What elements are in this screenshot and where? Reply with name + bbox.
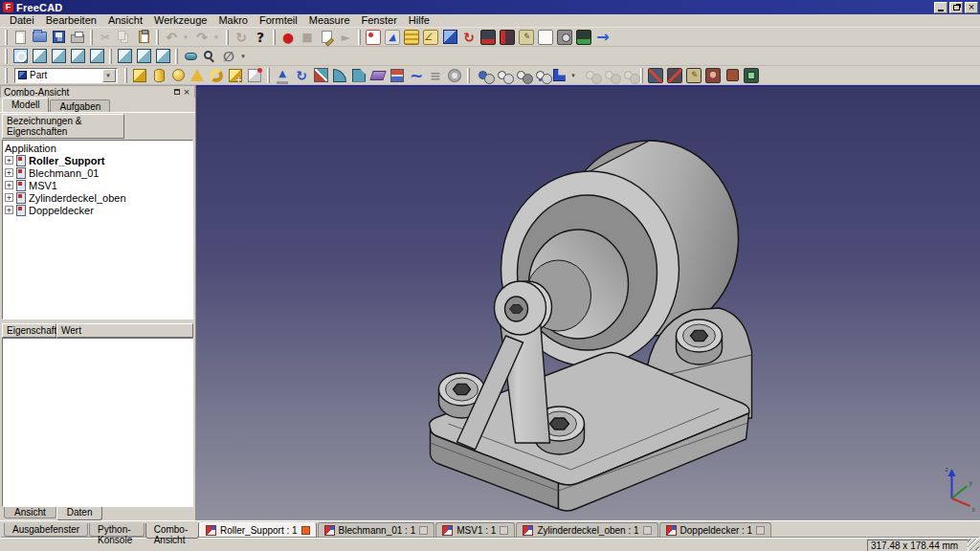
revolve-button[interactable]: ↻ <box>292 67 311 84</box>
redo-dropdown[interactable]: ▾ <box>212 29 223 46</box>
open-document-button[interactable] <box>30 29 49 46</box>
tab-aufgaben[interactable]: Aufgaben <box>50 99 110 112</box>
embed-button[interactable] <box>599 67 618 84</box>
stereo-frame-button[interactable] <box>536 29 555 46</box>
clipping-dropdown[interactable]: ▾ <box>238 48 250 65</box>
copy-button[interactable] <box>115 29 134 46</box>
dock-close-button[interactable]: × <box>182 87 191 97</box>
dock-title-bar[interactable]: Combo-Ansicht × <box>0 85 195 98</box>
create-primitives-button[interactable] <box>226 67 245 84</box>
sync-view-button[interactable]: ↻ <box>459 29 479 46</box>
tab-combo-ansicht[interactable]: Combo-Ansicht <box>145 523 199 539</box>
measure-linear-button[interactable] <box>646 67 665 84</box>
tab-close-icon[interactable] <box>643 526 652 535</box>
boolean-cut-button[interactable] <box>511 67 530 84</box>
new-document-button[interactable] <box>11 29 30 46</box>
toolbar-grip[interactable] <box>5 49 8 64</box>
measure-axis-button[interactable]: ∠ <box>421 29 440 46</box>
mirror-button[interactable] <box>311 67 330 84</box>
doctab-msv1[interactable]: MSV1 : 1 <box>435 522 515 537</box>
boolean-union-button[interactable] <box>473 67 492 84</box>
menu-fenster[interactable]: Fenster <box>356 14 403 27</box>
expand-icon[interactable]: + <box>5 168 13 177</box>
toolbar-grip[interactable] <box>175 49 178 64</box>
redo-button[interactable]: ↷ <box>192 29 212 46</box>
doctab-roller-support[interactable]: Roller_Support : 1 <box>199 522 317 537</box>
menu-measure[interactable]: Measure <box>303 14 356 27</box>
connect-button[interactable] <box>580 67 599 84</box>
shape-builder-button[interactable] <box>245 67 264 84</box>
property-editor[interactable] <box>2 338 193 507</box>
forward-nav-button[interactable]: → <box>593 29 612 46</box>
menu-datei[interactable]: Datei <box>4 14 40 27</box>
thickness-button[interactable] <box>445 67 464 84</box>
left-view-button[interactable] <box>153 48 172 65</box>
draw-style-button[interactable] <box>181 48 200 65</box>
workbench-selector[interactable]: Part ▾ <box>14 68 118 83</box>
front-view-button[interactable] <box>49 48 68 65</box>
tab-python-konsole[interactable]: Python-Konsole <box>89 523 145 537</box>
3d-viewport[interactable]: y x z <box>196 85 980 520</box>
expand-icon[interactable]: + <box>5 206 13 214</box>
tab-close-icon[interactable] <box>500 526 508 535</box>
save-picture-button[interactable] <box>555 29 574 46</box>
fit-all-button[interactable] <box>11 48 30 65</box>
tab-close-icon[interactable] <box>301 526 310 535</box>
sweep-button[interactable]: ~ <box>407 67 426 84</box>
toolbar-grip[interactable] <box>5 30 8 45</box>
expand-icon[interactable]: + <box>5 181 13 189</box>
clipping-plane-button[interactable]: ∅ <box>219 48 238 65</box>
bottom-view-button[interactable] <box>134 48 153 65</box>
doctab-doppeldecker[interactable]: Doppeldecker : 1 <box>659 522 772 537</box>
ruled-surface-button[interactable] <box>368 67 388 84</box>
top-view-button[interactable] <box>68 48 87 65</box>
view-preset-2-button[interactable] <box>498 29 517 46</box>
part-cylinder-button[interactable] <box>149 67 168 84</box>
tree-item-blechmann[interactable]: + Blechmann_01 <box>5 166 192 179</box>
right-view-button[interactable] <box>87 48 106 65</box>
toolbar-grip[interactable] <box>124 68 127 83</box>
doctab-zylinderdeckel[interactable]: Zylinderdeckel_oben : 1 <box>516 522 657 537</box>
tab-modell[interactable]: Modell <box>2 98 49 112</box>
cutout-button[interactable] <box>618 67 637 84</box>
toggle-3d-measurements-button[interactable] <box>742 67 761 84</box>
part-cone-button[interactable] <box>188 67 207 84</box>
axonometric-view-button[interactable] <box>30 48 49 65</box>
box-zoom-button[interactable] <box>200 48 219 65</box>
measure-angular-button[interactable] <box>665 67 684 84</box>
web-page-button[interactable] <box>364 29 383 46</box>
toolbar-grip[interactable] <box>640 68 643 83</box>
toolbar-grip[interactable] <box>273 30 276 45</box>
scene-layers-button[interactable] <box>402 29 421 46</box>
tree-item-zylinderdeckel[interactable]: + Zylinderdeckel_oben <box>5 191 192 204</box>
offset-button[interactable]: ≡ <box>426 67 445 84</box>
bounding-box-button[interactable] <box>440 29 459 46</box>
tab-close-icon[interactable] <box>419 526 428 535</box>
import-up-button[interactable]: ▲ <box>383 29 402 46</box>
toolbar-grip[interactable] <box>358 30 361 45</box>
boolean-section-button[interactable] <box>530 67 549 84</box>
part-box-button[interactable] <box>130 67 149 84</box>
compound-button[interactable] <box>549 67 568 84</box>
measure-refresh-button[interactable] <box>684 67 703 84</box>
menu-bearbeiten[interactable]: Bearbeiten <box>40 14 102 27</box>
view-preset-3-button[interactable] <box>574 29 593 46</box>
fillet-button[interactable] <box>330 67 349 84</box>
toolbar-grip[interactable] <box>226 30 229 45</box>
menu-makro[interactable]: Makro <box>212 14 254 27</box>
macro-record-button[interactable]: ● <box>278 29 298 46</box>
tab-ausgabefenster[interactable]: Ausgabefenster <box>4 523 88 537</box>
expand-icon[interactable]: + <box>5 156 13 165</box>
part-torus-button[interactable] <box>207 67 226 84</box>
extrude-button[interactable]: ▲ <box>273 67 292 84</box>
toolbar-grip[interactable] <box>267 68 270 83</box>
tab-close-icon[interactable] <box>756 526 765 535</box>
tree-item-msv1[interactable]: + MSV1 <box>5 179 192 191</box>
menu-formteil[interactable]: Formteil <box>254 14 303 27</box>
loft-button[interactable] <box>388 67 407 84</box>
undo-dropdown[interactable]: ▾ <box>181 29 192 46</box>
menu-hilfe[interactable]: Hilfe <box>403 14 435 27</box>
dock-float-button[interactable] <box>172 87 182 97</box>
restore-button[interactable] <box>949 2 963 13</box>
tab-daten[interactable]: Daten <box>56 507 103 520</box>
